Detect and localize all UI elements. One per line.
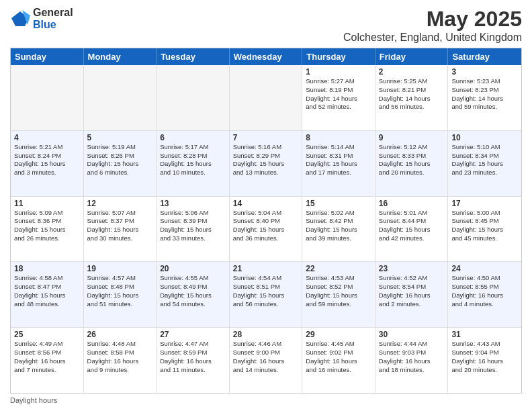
cal-cell-day-26: 26Sunrise: 4:48 AMSunset: 8:58 PMDayligh… [84, 328, 157, 393]
cal-cell-day-4: 4Sunrise: 5:21 AMSunset: 8:24 PMDaylight… [11, 131, 84, 196]
cal-header-friday: Friday [375, 48, 449, 65]
day-info: Sunrise: 5:25 AMSunset: 8:21 PMDaylight:… [379, 77, 445, 111]
logo-text: General Blue [33, 7, 73, 30]
cal-cell-day-31: 31Sunrise: 4:43 AMSunset: 9:04 PMDayligh… [448, 328, 521, 393]
day-number: 11 [14, 199, 80, 208]
day-number: 1 [306, 67, 371, 77]
cal-cell-day-2: 2Sunrise: 5:25 AMSunset: 8:21 PMDaylight… [375, 65, 449, 130]
day-info: Sunrise: 5:23 AMSunset: 8:23 PMDaylight:… [451, 77, 518, 111]
cal-cell-day-19: 19Sunrise: 4:57 AMSunset: 8:48 PMDayligh… [84, 262, 157, 327]
day-number: 30 [379, 330, 445, 339]
cal-cell-day-9: 9Sunrise: 5:12 AMSunset: 8:33 PMDaylight… [375, 131, 449, 196]
day-info: Sunrise: 5:00 AMSunset: 8:45 PMDaylight:… [451, 209, 518, 243]
day-number: 6 [160, 133, 226, 142]
cal-cell-empty [157, 65, 230, 130]
day-info: Sunrise: 5:19 AMSunset: 8:26 PMDaylight:… [87, 143, 153, 177]
day-number: 28 [233, 330, 299, 339]
subtitle: Colchester, England, United Kingdom [343, 32, 522, 44]
day-info: Sunrise: 5:17 AMSunset: 8:28 PMDaylight:… [160, 143, 226, 177]
cal-cell-day-1: 1Sunrise: 5:27 AMSunset: 8:19 PMDaylight… [302, 65, 375, 130]
cal-cell-day-18: 18Sunrise: 4:58 AMSunset: 8:47 PMDayligh… [11, 262, 84, 327]
day-number: 24 [451, 264, 518, 273]
cal-header-sunday: Sunday [11, 48, 84, 65]
day-number: 5 [87, 133, 153, 142]
day-info: Sunrise: 5:01 AMSunset: 8:44 PMDaylight:… [379, 209, 445, 243]
day-number: 16 [379, 199, 445, 208]
day-number: 4 [14, 133, 80, 142]
cal-week-0: 1Sunrise: 5:27 AMSunset: 8:19 PMDaylight… [11, 65, 521, 131]
logo-blue-text: Blue [33, 19, 73, 31]
day-number: 7 [233, 133, 299, 142]
day-info: Sunrise: 4:48 AMSunset: 8:58 PMDaylight:… [87, 340, 153, 374]
day-info: Sunrise: 4:52 AMSunset: 8:54 PMDaylight:… [379, 274, 445, 308]
cal-cell-day-10: 10Sunrise: 5:10 AMSunset: 8:34 PMDayligh… [448, 131, 521, 196]
day-number: 14 [233, 199, 299, 208]
day-number: 15 [306, 199, 371, 208]
day-number: 31 [451, 330, 518, 339]
cal-cell-day-30: 30Sunrise: 4:44 AMSunset: 9:03 PMDayligh… [375, 328, 449, 393]
calendar-header: SundayMondayTuesdayWednesdayThursdayFrid… [11, 48, 521, 65]
cal-cell-day-28: 28Sunrise: 4:46 AMSunset: 9:00 PMDayligh… [230, 328, 303, 393]
day-info: Sunrise: 5:10 AMSunset: 8:34 PMDaylight:… [451, 143, 518, 177]
cal-cell-day-17: 17Sunrise: 5:00 AMSunset: 8:45 PMDayligh… [448, 197, 521, 262]
day-info: Sunrise: 5:14 AMSunset: 8:31 PMDaylight:… [306, 143, 371, 177]
cal-cell-day-14: 14Sunrise: 5:04 AMSunset: 8:40 PMDayligh… [230, 197, 303, 262]
cal-cell-day-3: 3Sunrise: 5:23 AMSunset: 8:23 PMDaylight… [448, 65, 521, 130]
day-info: Sunrise: 4:58 AMSunset: 8:47 PMDaylight:… [14, 274, 80, 308]
cal-header-saturday: Saturday [448, 48, 521, 65]
day-number: 21 [233, 264, 299, 273]
day-number: 12 [87, 199, 153, 208]
cal-week-1: 4Sunrise: 5:21 AMSunset: 8:24 PMDaylight… [11, 131, 521, 197]
day-number: 22 [306, 264, 371, 273]
cal-cell-day-8: 8Sunrise: 5:14 AMSunset: 8:31 PMDaylight… [302, 131, 375, 196]
cal-cell-day-22: 22Sunrise: 4:53 AMSunset: 8:52 PMDayligh… [302, 262, 375, 327]
day-info: Sunrise: 4:55 AMSunset: 8:49 PMDaylight:… [160, 274, 226, 308]
day-info: Sunrise: 5:02 AMSunset: 8:42 PMDaylight:… [306, 209, 371, 243]
day-info: Sunrise: 5:09 AMSunset: 8:36 PMDaylight:… [14, 209, 80, 243]
cal-cell-day-5: 5Sunrise: 5:19 AMSunset: 8:26 PMDaylight… [84, 131, 157, 196]
day-info: Sunrise: 5:16 AMSunset: 8:29 PMDaylight:… [233, 143, 299, 177]
day-info: Sunrise: 4:47 AMSunset: 8:59 PMDaylight:… [160, 340, 226, 374]
cal-cell-day-25: 25Sunrise: 4:49 AMSunset: 8:56 PMDayligh… [11, 328, 84, 393]
cal-cell-day-6: 6Sunrise: 5:17 AMSunset: 8:28 PMDaylight… [157, 131, 230, 196]
cal-cell-day-11: 11Sunrise: 5:09 AMSunset: 8:36 PMDayligh… [11, 197, 84, 262]
day-info: Sunrise: 5:06 AMSunset: 8:39 PMDaylight:… [160, 209, 226, 243]
day-number: 17 [451, 199, 518, 208]
day-number: 3 [451, 67, 518, 77]
day-info: Sunrise: 4:49 AMSunset: 8:56 PMDaylight:… [14, 340, 80, 374]
day-info: Sunrise: 5:12 AMSunset: 8:33 PMDaylight:… [379, 143, 445, 177]
day-info: Sunrise: 5:07 AMSunset: 8:37 PMDaylight:… [87, 209, 153, 243]
cal-cell-day-15: 15Sunrise: 5:02 AMSunset: 8:42 PMDayligh… [302, 197, 375, 262]
day-number: 19 [87, 264, 153, 273]
day-number: 27 [160, 330, 226, 339]
cal-cell-day-20: 20Sunrise: 4:55 AMSunset: 8:49 PMDayligh… [157, 262, 230, 327]
day-info: Sunrise: 5:27 AMSunset: 8:19 PMDaylight:… [306, 77, 371, 111]
cal-header-thursday: Thursday [302, 48, 375, 65]
day-info: Sunrise: 4:53 AMSunset: 8:52 PMDaylight:… [306, 274, 371, 308]
cal-week-3: 18Sunrise: 4:58 AMSunset: 8:47 PMDayligh… [11, 262, 521, 328]
calendar-body: 1Sunrise: 5:27 AMSunset: 8:19 PMDaylight… [11, 65, 521, 393]
day-number: 25 [14, 330, 80, 339]
day-number: 9 [379, 133, 445, 142]
day-number: 20 [160, 264, 226, 273]
day-number: 10 [451, 133, 518, 142]
day-info: Sunrise: 4:46 AMSunset: 9:00 PMDaylight:… [233, 340, 299, 374]
cal-cell-day-24: 24Sunrise: 4:50 AMSunset: 8:55 PMDayligh… [448, 262, 521, 327]
day-number: 2 [379, 67, 445, 77]
cal-cell-day-7: 7Sunrise: 5:16 AMSunset: 8:29 PMDaylight… [230, 131, 303, 196]
day-info: Sunrise: 5:04 AMSunset: 8:40 PMDaylight:… [233, 209, 299, 243]
day-info: Sunrise: 5:21 AMSunset: 8:24 PMDaylight:… [14, 143, 80, 177]
title-block: May 2025 Colchester, England, United Kin… [343, 7, 522, 44]
day-info: Sunrise: 4:44 AMSunset: 9:03 PMDaylight:… [379, 340, 445, 374]
day-info: Sunrise: 4:54 AMSunset: 8:51 PMDaylight:… [233, 274, 299, 308]
logo-general-text: General [33, 7, 73, 19]
cal-header-wednesday: Wednesday [230, 48, 303, 65]
cal-week-4: 25Sunrise: 4:49 AMSunset: 8:56 PMDayligh… [11, 328, 521, 393]
day-number: 29 [306, 330, 371, 339]
cal-cell-empty [230, 65, 303, 130]
day-info: Sunrise: 4:45 AMSunset: 9:02 PMDaylight:… [306, 340, 371, 374]
cal-cell-day-27: 27Sunrise: 4:47 AMSunset: 8:59 PMDayligh… [157, 328, 230, 393]
cal-cell-day-21: 21Sunrise: 4:54 AMSunset: 8:51 PMDayligh… [230, 262, 303, 327]
day-number: 8 [306, 133, 371, 142]
cal-header-monday: Monday [84, 48, 157, 65]
